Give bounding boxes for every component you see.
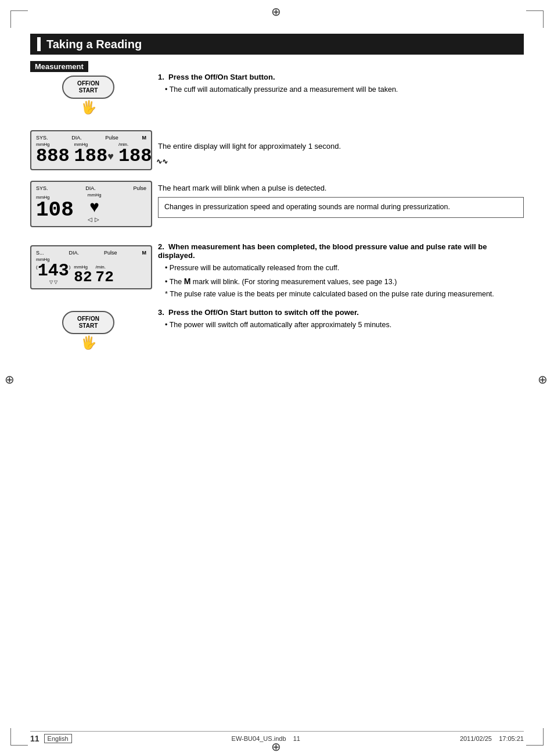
lcd-header-1: SYS. DIA. Pulse M (36, 135, 146, 141)
mmhg-label-2: mmHg (88, 192, 102, 198)
footer-date-time: 2011/02/25 17:05:21 (460, 735, 524, 742)
page-title: Taking a Reading (46, 38, 142, 51)
dia-label-2: DIA. (85, 185, 96, 191)
m-mark-inline: M (184, 277, 191, 286)
step2-text: 2. When measurement has been completed, … (158, 242, 524, 300)
heart-icon-1: ♥ (107, 151, 114, 163)
sys-val-3: 143 (38, 262, 69, 280)
step2-bullet-1: Pressure will be automatically released … (158, 263, 524, 274)
reg-mark-right (538, 372, 549, 384)
section-label: Measurement (30, 61, 88, 72)
lcd-display-2: SYS. DIA. Pulse mmHg 108 mmHg ♥ ◁▷ (30, 181, 152, 227)
corner-border-tl (10, 10, 28, 28)
ecg-icon: ∿∿ (156, 157, 168, 166)
button-label-2: OFF/ONSTART (77, 316, 99, 329)
step3-bullet-1: The power will switch off automatically … (158, 320, 524, 331)
step3-title: 3. Press the Off/On Start button to swit… (158, 308, 524, 317)
sys-value-area-2: mmHg 108 (36, 195, 74, 221)
corner-border-tr (526, 10, 544, 28)
dia-label-1: DIA. (71, 135, 82, 141)
display2-section: SYS. DIA. Pulse mmHg 108 mmHg ♥ ◁▷ (30, 181, 524, 233)
note-box: Changes in pressurization speed and oper… (158, 197, 524, 218)
pulse-block-3: /min. 72 (96, 264, 114, 285)
display2-caption-area: The heart mark will blink when a pulse i… (158, 181, 524, 218)
page-footer: 11 English EW-BU04_US.indb 11 2011/02/25… (30, 731, 524, 743)
sys-value-area-1: mmHg 888 (36, 142, 70, 166)
title-accent (37, 37, 41, 51)
dia-label-3: DIA. (69, 250, 80, 256)
page-number-area: 11 English (30, 734, 72, 743)
corner-border-br (526, 728, 544, 746)
step3-section: OFF/ONSTART 🖐 3. Press the Off/On Start … (30, 308, 524, 360)
display2-caption-text: The heart mark will blink when a pulse i… (158, 184, 524, 192)
language-badge: English (44, 734, 72, 743)
step2-section: S... DIA. Pulse M mmHg ( 143 ) ▽ ▽ (30, 242, 524, 302)
step2-title: 2. When measurement has been completed, … (158, 242, 524, 260)
pulse-detection-area: mmHg ♥ ◁▷ (88, 192, 102, 223)
step2-note-1: The pulse rate value is the beats per mi… (158, 289, 524, 300)
step2-bullet-2: The M mark will blink. (For storing meas… (158, 276, 524, 288)
button-illustration-2: OFF/ONSTART 🖐 (30, 311, 146, 350)
pulse-value-area-1: /min. 188 (118, 142, 152, 166)
lcd-values-2: mmHg 108 mmHg ♥ ◁▷ (36, 192, 146, 223)
step1-section: OFF/ONSTART 🖐 1. Press the Off/On Start … (30, 73, 524, 124)
lcd-values-3: mmHg ( 143 ) ▽ ▽ mmHg 82 /min. (36, 257, 146, 285)
footer-file-info: EW-BU04_US.indb 11 (232, 735, 300, 742)
lcd-header-2: SYS. DIA. Pulse (36, 185, 146, 191)
sys-label-2: SYS. (36, 185, 48, 191)
lcd-display-3: S... DIA. Pulse M mmHg ( 143 ) ▽ ▽ (30, 245, 152, 289)
sys-label-3: S... (36, 250, 44, 256)
pulse-val-3: 72 (96, 268, 114, 286)
finger-icon-1: 🖐 (81, 100, 96, 115)
reg-mark-left (5, 372, 16, 384)
lcd-display-1: SYS. DIA. Pulse M mmHg 888 mmHg 188 ♥ (30, 130, 152, 170)
pulse-label-3: Pulse (104, 250, 117, 256)
sys-val-1: 888 (36, 145, 70, 167)
step3-text: 3. Press the Off/On Start button to swit… (158, 308, 524, 331)
pulse-label-2: Pulse (133, 185, 146, 191)
off-on-button-shape: OFF/ONSTART (62, 76, 114, 99)
m-badge-3: M (142, 250, 147, 256)
sys-label-1: SYS. (36, 135, 48, 141)
display1-section: SYS. DIA. Pulse M mmHg 888 mmHg 188 ♥ (30, 130, 524, 176)
off-on-button-shape-2: OFF/ONSTART (62, 311, 114, 334)
step1-bullet-1: The cuff will automatically pressurize a… (158, 85, 524, 95)
step1-text: 1. Press the Off/On Start button. The cu… (158, 73, 524, 95)
corner-border-bl (10, 728, 28, 746)
dia-val-1: 188 (74, 147, 108, 166)
arrows-area: ◁▷ (88, 216, 102, 223)
pulse-label-1: Pulse (105, 135, 118, 141)
sys-block-3: mmHg ( 143 ) ▽ ▽ (36, 257, 70, 285)
display1-caption-text: The entire display will light for approx… (158, 130, 524, 151)
finger-icon-2: 🖐 (81, 335, 96, 350)
title-bar: Taking a Reading (30, 34, 524, 55)
reg-mark-top (271, 5, 283, 16)
lcd-header-3: S... DIA. Pulse M (36, 250, 146, 256)
brackets-right: ) (69, 264, 71, 270)
button-illustration-1: OFF/ONSTART 🖐 (30, 76, 146, 115)
dia-value-area-1: mmHg 188 ♥ (74, 142, 114, 166)
step1-title: 1. Press the Off/On Start button. (158, 73, 524, 81)
dia-block-3: mmHg 82 (74, 264, 92, 285)
dia-val-3: 82 (74, 268, 92, 286)
lcd-values-1: mmHg 888 mmHg 188 ♥ /min. 188 (36, 142, 146, 166)
sys-val-2: 108 (36, 198, 74, 222)
heart-pulse-icon: ♥ (88, 198, 102, 216)
m-badge-1: M (142, 135, 146, 141)
page-number: 11 (30, 734, 39, 743)
button-label-1: OFF/ONSTART (77, 80, 99, 94)
pulse-val-1: 188 (118, 145, 152, 167)
